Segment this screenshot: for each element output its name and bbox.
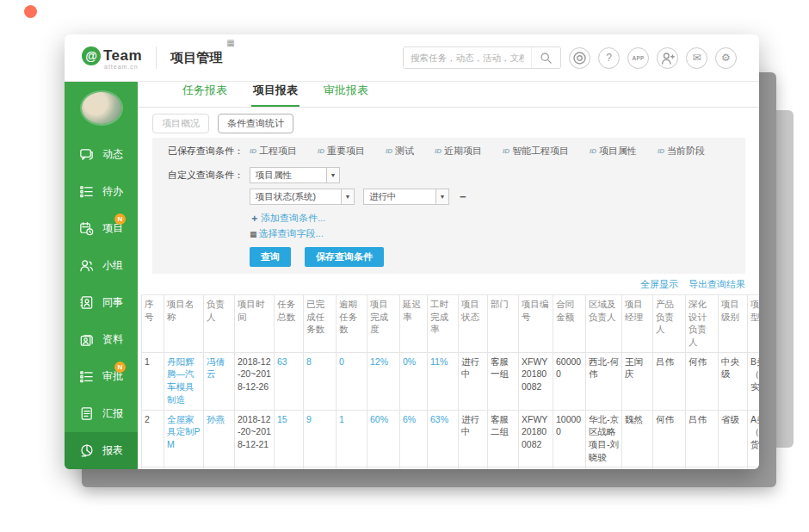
search-box xyxy=(403,46,561,69)
fullscreen-link[interactable]: 全屏显示 xyxy=(640,278,678,291)
saved-condition-label: 近期项目 xyxy=(444,145,482,158)
saved-condition[interactable]: ID测试 xyxy=(386,145,414,158)
sidebar-item-activity[interactable]: 动态 xyxy=(65,136,138,173)
invite-icon[interactable] xyxy=(657,47,678,69)
search-icon[interactable] xyxy=(531,47,560,68)
cell-link[interactable]: 63 xyxy=(275,352,304,410)
cell-link[interactable]: 4 xyxy=(337,467,367,469)
table-cell: 5000000 xyxy=(553,467,586,469)
tab-task-report[interactable]: 任务报表 xyxy=(181,83,229,107)
cell-link[interactable]: 60% xyxy=(367,410,400,467)
cell-link[interactable]: 5% xyxy=(400,467,428,469)
custom-condition-row: 自定义查询条件： 项目属性 ▼ xyxy=(168,167,745,183)
sidebar-item-reports[interactable]: 报表 xyxy=(65,432,138,469)
saved-conditions-list: ID工程项目ID重要项目ID测试ID近期项目ID智能工程项目ID项目属性ID当前… xyxy=(250,145,726,158)
choose-fields-link[interactable]: ▦ 选择查询字段... xyxy=(250,227,745,240)
column-header: 项目类型 xyxy=(748,295,760,353)
remove-condition-button[interactable]: − xyxy=(460,190,466,203)
sidebar-item-label: 待办 xyxy=(102,184,123,199)
app-window: @ Team atteam.cn 项目管理 ▦ ?APP✉⚙ xyxy=(65,34,759,469)
cell-link[interactable]: 74 xyxy=(275,467,304,469)
sidebar-item-groups[interactable]: 小组 xyxy=(65,247,138,284)
cell-link[interactable]: 30% xyxy=(428,467,459,469)
new-badge: N xyxy=(114,362,126,373)
table-cell: 2018-12-19~2019-02-24 xyxy=(235,467,275,469)
table-cell: 华北-京区战略项目-刘晓骏 xyxy=(586,410,622,467)
settings-icon[interactable]: ⚙ xyxy=(715,47,737,69)
table-cell: 中央级 xyxy=(719,467,748,469)
cell-link[interactable]: 丹阳辉腾—汽车模具制造 xyxy=(164,352,204,410)
cell-link[interactable]: 9 xyxy=(304,410,337,467)
saved-condition[interactable]: ID当前阶段 xyxy=(658,145,705,158)
tab-project-report[interactable]: 项目报表 xyxy=(251,83,300,107)
table-cell: 何伟 xyxy=(686,352,719,410)
cell-link[interactable]: 15 xyxy=(275,410,304,467)
table-cell: 王闰庆 xyxy=(622,352,653,410)
table-cell: 3 xyxy=(142,467,164,469)
divider xyxy=(156,46,157,69)
id-icon: ID xyxy=(658,147,664,155)
cell-link[interactable]: 63% xyxy=(428,410,459,467)
saved-condition[interactable]: ID近期项目 xyxy=(435,145,482,158)
cell-link[interactable]: 0 xyxy=(337,352,367,410)
sidebar-item-approvals[interactable]: 审批N xyxy=(65,358,138,395)
sidebar-item-label: 报表 xyxy=(102,443,123,458)
column-header: 已完成任务数 xyxy=(304,295,337,353)
saved-condition[interactable]: ID工程项目 xyxy=(250,145,297,158)
save-query-button[interactable]: 保存查询条件 xyxy=(305,247,384,267)
export-results-link[interactable]: 导出查询结果 xyxy=(689,278,745,291)
value-select[interactable]: 进行中 ▼ xyxy=(363,189,449,205)
assistant-icon[interactable] xyxy=(569,47,590,69)
saved-condition[interactable]: ID智能工程项目 xyxy=(503,145,569,158)
column-header: 项目时间 xyxy=(235,295,275,353)
search-input[interactable] xyxy=(404,47,531,68)
window-body: 动态待办项目N小组同事资料审批N汇报报表 任务报表项目报表审批报表 项目概况 条… xyxy=(65,82,759,469)
table-cell: 中央级 xyxy=(719,352,748,410)
cell-link[interactable]: 冯倩云 xyxy=(204,352,235,410)
table-cell: XFWY201800082 xyxy=(519,410,553,467)
mail-icon[interactable]: ✉ xyxy=(686,47,707,69)
sidebar-item-projects[interactable]: 项目N xyxy=(65,210,138,247)
tab-approval-report[interactable]: 审批报表 xyxy=(322,83,370,107)
project-overview-button[interactable]: 项目概况 xyxy=(152,114,209,133)
sidebar-item-documents[interactable]: 资料 xyxy=(65,321,138,358)
column-header: 区域及负责人 xyxy=(586,295,622,353)
saved-conditions-label: 已保存查询条件： xyxy=(168,145,250,158)
cell-link[interactable]: 12% xyxy=(367,467,400,469)
sidebar-item-work-report[interactable]: 汇报 xyxy=(65,395,138,432)
cell-link[interactable]: 8 xyxy=(304,352,337,410)
cell-link[interactable]: 0% xyxy=(400,352,428,410)
condition-query-stats-button[interactable]: 条件查询统计 xyxy=(218,114,293,133)
sidebar-item-colleagues[interactable]: 同事 xyxy=(65,284,138,321)
help-icon[interactable]: ? xyxy=(598,47,620,69)
cell-link[interactable]: 孙燕 xyxy=(204,410,235,467)
cell-link[interactable]: 全屋家具定制PM xyxy=(164,410,204,467)
attribute-select[interactable]: 项目属性 ▼ xyxy=(250,167,340,183)
cell-link[interactable]: 9 xyxy=(304,467,337,469)
logo-text: Team xyxy=(103,47,142,65)
main-content: 任务报表项目报表审批报表 项目概况 条件查询统计 已保存查询条件： ID工程项目… xyxy=(138,82,759,469)
cell-link[interactable]: 1 xyxy=(337,410,367,467)
sidebar-item-label: 动态 xyxy=(102,147,123,162)
app-icon[interactable]: APP xyxy=(627,47,649,69)
cell-link[interactable]: 12% xyxy=(367,352,400,410)
query-button[interactable]: 查询 xyxy=(250,247,291,267)
field-select[interactable]: 项目状态(系统) ▼ xyxy=(250,189,355,205)
cell-link[interactable]: 孙燕 xyxy=(204,467,235,469)
sidebar-nav: 动态待办项目N小组同事资料审批N汇报报表 xyxy=(65,136,138,469)
cell-link[interactable]: 6% xyxy=(400,410,428,467)
saved-condition[interactable]: ID项目属性 xyxy=(590,145,637,158)
user-avatar[interactable] xyxy=(82,92,121,124)
new-badge: N xyxy=(114,213,126,225)
chevron-down-icon: ▼ xyxy=(435,189,448,204)
query-filter-panel: 已保存查询条件： ID工程项目ID重要项目ID测试ID近期项目ID智能工程项目I… xyxy=(152,138,745,274)
apps-grid-icon[interactable]: ▦ xyxy=(226,38,234,47)
chart-icon xyxy=(77,442,95,460)
sidebar-item-todo[interactable]: 待办 xyxy=(65,173,138,210)
saved-condition[interactable]: ID重要项目 xyxy=(318,145,365,158)
cell-link[interactable]: 新产品项目开发 xyxy=(164,467,204,469)
add-condition-link[interactable]: ＋ 添加查询条件... xyxy=(250,212,745,225)
cell-link[interactable]: 11% xyxy=(428,352,459,410)
topbar-actions: ?APP✉⚙ xyxy=(403,46,737,69)
logo-at-icon: @ xyxy=(82,46,101,65)
